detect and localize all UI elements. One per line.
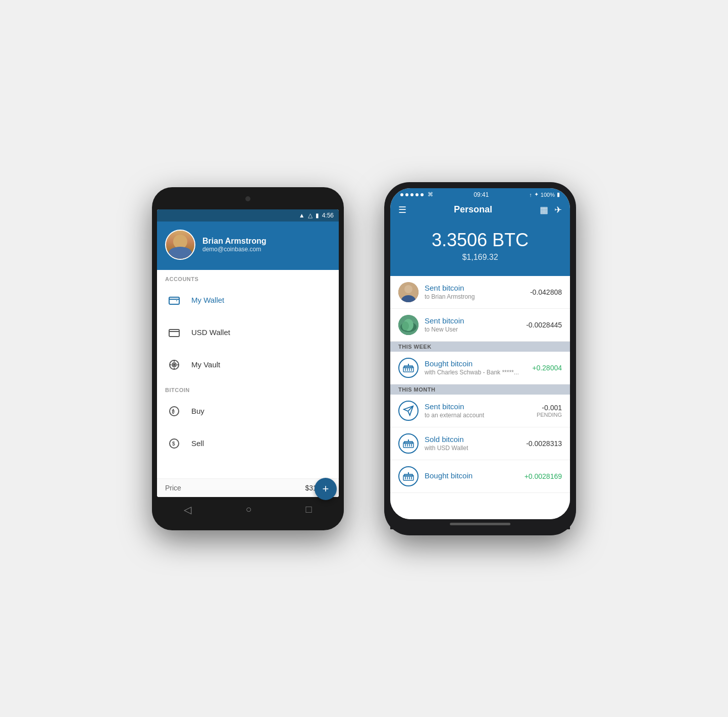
send-nav-icon[interactable]: ✈ <box>554 204 562 215</box>
sent-external-value: -0.001 <box>537 404 562 412</box>
android-profile-section: Brian Armstrong demo@coinbase.com <box>157 222 339 270</box>
signal-dot-3 <box>410 193 413 196</box>
send-external-icon <box>398 401 419 421</box>
price-label: Price <box>165 484 181 492</box>
usd-wallet-icon <box>165 323 183 342</box>
accounts-label: ACCOUNTS <box>157 270 339 284</box>
this-month-header: THIS MONTH <box>390 384 570 395</box>
svg-rect-29 <box>408 439 409 442</box>
android-menu-section: ACCOUNTS My Wallet <box>157 270 339 497</box>
sidebar-item-buy[interactable]: ₿ Buy <box>157 395 339 427</box>
sent-brian-info: Sent bitcoin to Brian Armstrong <box>425 284 524 300</box>
ios-screen: ⌘ 09:41 ↑ ✦ 100% ▮ ☰ Personal ▦ ✈ <box>390 188 570 519</box>
nav-title: Personal <box>454 204 492 215</box>
ios-home-indicator <box>390 519 570 529</box>
sent-external-info: Sent bitcoin to an external account <box>425 402 531 419</box>
transaction-sold-bitcoin[interactable]: Sold bitcoin with USD Wallet -0.0028313 <box>390 427 570 460</box>
buy-icon: ₿ <box>165 402 183 420</box>
signal-dot-2 <box>405 193 408 196</box>
sent-external-pending: PENDING <box>537 412 562 418</box>
svg-point-4 <box>174 364 175 365</box>
wifi-icon: ▲ <box>299 212 305 219</box>
svg-text:₿: ₿ <box>172 409 175 414</box>
back-icon[interactable]: ◁ <box>184 504 191 516</box>
menu-icon[interactable]: ☰ <box>398 204 406 215</box>
sidebar-item-usd-wallet[interactable]: USD Wallet <box>157 316 339 349</box>
sent-external-amount: -0.001 PENDING <box>537 404 562 418</box>
usd-wallet-label: USD Wallet <box>191 328 230 337</box>
svg-rect-36 <box>408 472 409 474</box>
transaction-bought-last[interactable]: Bought bitcoin +0.0028169 <box>390 460 570 493</box>
bought-last-info: Bought bitcoin <box>425 471 518 481</box>
sent-brian-value: -0.042808 <box>530 288 562 296</box>
android-status-bar: ▲ △ ▮ 4:56 <box>157 209 339 222</box>
wallet-icon <box>165 291 183 309</box>
battery-icon: ▮ <box>316 212 319 219</box>
android-nav-bar: ◁ ○ □ <box>157 497 339 522</box>
svg-point-14 <box>404 285 412 293</box>
android-time: 4:56 <box>322 212 334 219</box>
sold-bitcoin-value: -0.0028313 <box>526 439 562 448</box>
qr-icon[interactable]: ▦ <box>540 204 548 215</box>
new-user-avatar <box>398 315 419 335</box>
bought-last-title: Bought bitcoin <box>425 471 518 480</box>
price-bar: Price $317.55 <box>157 478 339 497</box>
sent-new-user-subtitle: to New User <box>425 326 520 333</box>
bought-last-value: +0.0028169 <box>525 472 562 480</box>
sidebar-item-my-vault[interactable]: My Vault <box>157 349 339 381</box>
sent-external-subtitle: to an external account <box>425 412 531 419</box>
sold-bitcoin-amount: -0.0028313 <box>526 439 562 448</box>
home-bar <box>450 523 510 525</box>
android-screen: ▲ △ ▮ 4:56 Brian Armstrong demo@coinbase… <box>157 209 339 497</box>
sidebar-item-my-wallet[interactable]: My Wallet <box>157 284 339 316</box>
transaction-bought-schwab[interactable]: Bought bitcoin with Charles Schwab - Ban… <box>390 352 570 384</box>
brian-avatar <box>398 282 419 302</box>
my-vault-label: My Vault <box>191 360 220 369</box>
sent-brian-amount: -0.042808 <box>530 288 562 296</box>
home-icon[interactable]: ○ <box>245 504 251 515</box>
my-wallet-label: My Wallet <box>191 296 224 304</box>
sell-label: Sell <box>191 439 204 448</box>
android-phone: ▲ △ ▮ 4:56 Brian Armstrong demo@coinbase… <box>152 187 344 530</box>
sold-bitcoin-title: Sold bitcoin <box>425 435 520 444</box>
this-week-header: THIS WEEK <box>390 342 570 352</box>
schwab-bank-icon <box>398 358 419 378</box>
user-email: demo@coinbase.com <box>202 246 267 253</box>
sent-new-user-title: Sent bitcoin <box>425 316 520 325</box>
avatar-body <box>169 247 192 259</box>
sold-icon <box>398 433 419 454</box>
wifi-status-icon: ⌘ <box>428 191 433 198</box>
sent-new-user-info: Sent bitcoin to New User <box>425 316 520 333</box>
vault-icon <box>165 356 183 374</box>
bought-schwab-subtitle: with Charles Schwab - Bank *****... <box>425 369 526 376</box>
ios-transactions-list: Sent bitcoin to Brian Armstrong -0.04280… <box>390 276 570 519</box>
bought-schwab-value: +0.28004 <box>532 364 562 372</box>
battery-status: 100% <box>541 192 555 198</box>
ios-status-right: ↑ ✦ 100% ▮ <box>529 191 560 198</box>
avatar <box>165 230 195 260</box>
transaction-sent-external[interactable]: Sent bitcoin to an external account -0.0… <box>390 395 570 427</box>
signal-icon: △ <box>308 212 313 219</box>
scene: ▲ △ ▮ 4:56 Brian Armstrong demo@coinbase… <box>132 162 596 556</box>
usd-balance: $1,169.32 <box>400 253 560 262</box>
user-name: Brian Armstrong <box>202 237 267 246</box>
recents-icon[interactable]: □ <box>305 504 311 515</box>
bought-last-amount: +0.0028169 <box>525 472 562 480</box>
bought-schwab-amount: +0.28004 <box>532 364 562 372</box>
ios-nav-bar: ☰ Personal ▦ ✈ <box>390 200 570 222</box>
battery-icon: ▮ <box>557 191 560 198</box>
buy-label: Buy <box>191 407 204 415</box>
transaction-sent-new-user[interactable]: Sent bitcoin to New User -0.0028445 <box>390 309 570 342</box>
fab-add-button[interactable]: + <box>315 478 337 500</box>
bought-schwab-info: Bought bitcoin with Charles Schwab - Ban… <box>425 359 526 376</box>
sent-brian-subtitle: to Brian Armstrong <box>425 293 524 300</box>
signal-dot-1 <box>400 193 403 196</box>
btc-balance: 3.3506 BTC <box>400 230 560 251</box>
transaction-sent-brian[interactable]: Sent bitcoin to Brian Armstrong -0.04280… <box>390 276 570 309</box>
sidebar-item-sell[interactable]: $ Sell <box>157 427 339 460</box>
android-camera <box>245 196 250 201</box>
sent-external-title: Sent bitcoin <box>425 402 531 411</box>
bought-schwab-title: Bought bitcoin <box>425 359 526 368</box>
signal-dot-4 <box>415 193 419 196</box>
ios-balance-section: 3.3506 BTC $1,169.32 <box>390 222 570 276</box>
